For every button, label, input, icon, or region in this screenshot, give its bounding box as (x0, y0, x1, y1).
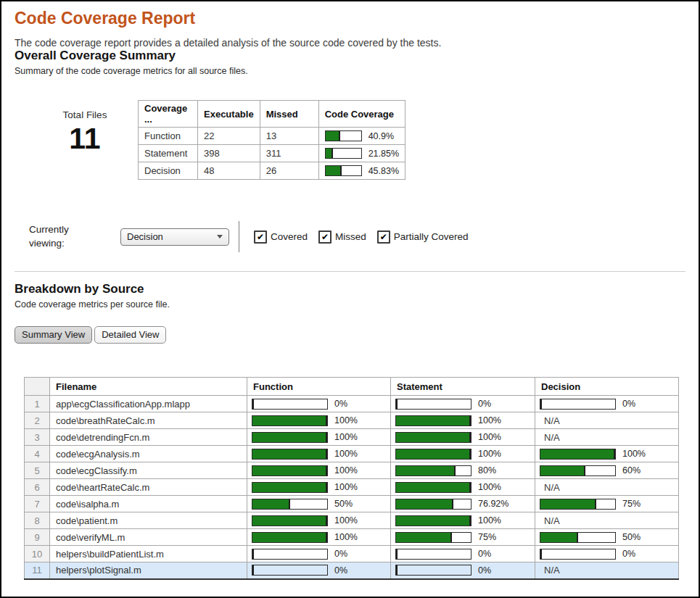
coverage-percent-label: 100% (478, 432, 501, 442)
col-filename[interactable]: Filename (50, 378, 247, 396)
coverage-bar-track (252, 449, 328, 460)
decision-coverage-cell: N/A (535, 412, 679, 429)
col-code-coverage: Code Coverage (318, 101, 405, 128)
coverage-bar-track (252, 565, 328, 576)
coverage-percent-label: 100% (334, 465, 358, 476)
coverage-bar: 0% (252, 399, 386, 410)
col-decision[interactable]: Decision (535, 378, 679, 396)
coverage-percent-label: 100% (334, 432, 358, 442)
coverage-bar: 100% (252, 415, 386, 426)
decision-coverage-cell: N/A (535, 479, 679, 496)
coverage-bar-fill (252, 483, 327, 492)
coverage-bar: 100% (395, 515, 530, 526)
coverage-type-dropdown[interactable]: Decision (120, 228, 229, 246)
coverage-bar-track (252, 515, 328, 526)
coverage-bar: 100% (252, 449, 386, 460)
coverage-bar-fill (396, 399, 398, 409)
filter-toolbar: Currently viewing: Decision ✔ Covered ✔ … (15, 221, 685, 252)
coverage-percent-label: 21.85% (368, 149, 399, 159)
summary-view-button[interactable]: Summary View (15, 326, 92, 344)
col-function[interactable]: Function (247, 378, 391, 396)
table-row[interactable]: 7 code\isalpha.m 50% 76.92% 75% (25, 496, 679, 512)
coverage-bar-track (395, 532, 472, 543)
checkbox-covered[interactable]: ✔ Covered (254, 231, 308, 244)
coverage-percent-label: 50% (334, 499, 353, 509)
coverage-bar: 45.83% (325, 165, 399, 176)
coverage-bar-fill (252, 433, 327, 442)
table-row[interactable]: 9 code\verifyML.m 100% 75% 50% (25, 529, 679, 546)
currently-viewing-label: Currently viewing: (29, 223, 93, 249)
na-label: N/A (540, 432, 560, 443)
coverage-percent-label: 76.92% (478, 499, 508, 509)
table-row[interactable]: 2 code\breathRateCalc.m 100% 100% N/A (25, 412, 679, 429)
breakdown-header-row: Filename Function Statement Decision (25, 378, 679, 396)
table-row[interactable]: 11 helpers\plotSignal.m 0% 0% N/A (25, 562, 679, 579)
detailed-view-button[interactable]: Detailed View (94, 326, 166, 344)
coverage-bar-track (395, 465, 472, 476)
coverage-percent-label: 0% (478, 549, 491, 559)
overall-summary-heading: Overall Coverage Summary (15, 49, 685, 63)
coverage-percent-label: 100% (334, 449, 358, 459)
checkbox-partially-covered-label: Partially Covered (394, 231, 469, 242)
coverage-bar-track (540, 549, 616, 560)
coverage-bar-track (395, 415, 472, 426)
table-row[interactable]: 5 code\ecgClassify.m 100% 80% 60% (25, 462, 679, 479)
function-coverage-cell: 100% (247, 529, 391, 546)
breakdown-table-body: 1 app\ecgClassificationApp.mlapp 0% 0% 0… (25, 396, 679, 579)
checkbox-covered-label: Covered (271, 231, 308, 242)
executable-count-cell: 22 (198, 128, 260, 145)
checkbox-missed-check-icon: ✔ (318, 231, 332, 244)
coverage-bar-fill (396, 416, 471, 425)
na-label: N/A (540, 482, 560, 493)
row-number: 10 (25, 546, 50, 562)
code-coverage-cell: 40.9% (318, 128, 405, 145)
coverage-percent-label: 0% (478, 399, 491, 409)
coverage-bar-fill (540, 399, 542, 409)
row-number: 1 (25, 396, 50, 412)
decision-coverage-cell: 75% (535, 496, 679, 512)
coverage-bar: 80% (395, 465, 530, 476)
checkbox-covered-check-icon: ✔ (254, 231, 267, 244)
filename-cell: code\detrendingFcn.m (50, 429, 247, 446)
coverage-bar-fill (540, 533, 578, 542)
function-coverage-cell: 0% (247, 396, 391, 412)
summary-table-body: Function 22 13 40.9% Statement 398 311 2… (139, 128, 405, 180)
checkbox-missed[interactable]: ✔ Missed (318, 231, 366, 244)
code-coverage-report-page: Code Coverage Report The code coverage r… (0, 0, 700, 580)
statement-coverage-cell: 0% (391, 546, 535, 562)
checkbox-partially-covered[interactable]: ✔ Partially Covered (377, 231, 469, 244)
coverage-percent-label: 100% (622, 449, 646, 459)
page-title: Code Coverage Report (15, 9, 685, 28)
table-row[interactable]: 4 code\ecgAnalysis.m 100% 100% 100% (25, 446, 679, 462)
filename-cell: helpers\buildPatientList.m (50, 546, 247, 562)
coverage-bar-track (395, 499, 472, 510)
coverage-bar-fill (252, 565, 254, 575)
decision-coverage-cell: 0% (535, 546, 679, 562)
summary-table-row: Statement 398 311 21.85% (139, 145, 405, 162)
table-row[interactable]: 8 code\patient.m 100% 100% N/A (25, 512, 679, 529)
coverage-percent-label: 0% (334, 549, 347, 559)
table-row[interactable]: 10 helpers\buildPatientList.m 0% 0% 0% (25, 546, 679, 562)
filename-cell: helpers\plotSignal.m (50, 562, 247, 579)
coverage-bar-track (540, 449, 616, 460)
col-statement[interactable]: Statement (391, 378, 535, 396)
coverage-percent-label: 100% (478, 515, 501, 526)
coverage-bar-fill (540, 499, 596, 509)
coverage-bar-track (252, 549, 328, 560)
checkbox-missed-label: Missed (335, 231, 366, 242)
table-row[interactable]: 3 code\detrendingFcn.m 100% 100% N/A (25, 429, 679, 446)
statement-coverage-cell: 0% (391, 396, 535, 412)
coverage-bar-track (540, 499, 616, 510)
statement-coverage-cell: 100% (391, 446, 535, 462)
decision-coverage-cell: N/A (535, 562, 679, 579)
table-row[interactable]: 6 code\heartRateCalc.m 100% 100% N/A (25, 479, 679, 496)
view-toggle-group: Summary View Detailed View (15, 326, 685, 344)
coverage-type-cell: Function (139, 128, 198, 145)
coverage-bar-track (325, 130, 362, 141)
statement-coverage-cell: 100% (391, 479, 535, 496)
coverage-bar-fill (396, 499, 453, 509)
table-row[interactable]: 1 app\ecgClassificationApp.mlapp 0% 0% 0… (25, 396, 679, 412)
coverage-percent-label: 100% (334, 482, 358, 492)
missed-count-cell: 26 (260, 162, 318, 180)
coverage-percent-label: 0% (334, 399, 347, 409)
